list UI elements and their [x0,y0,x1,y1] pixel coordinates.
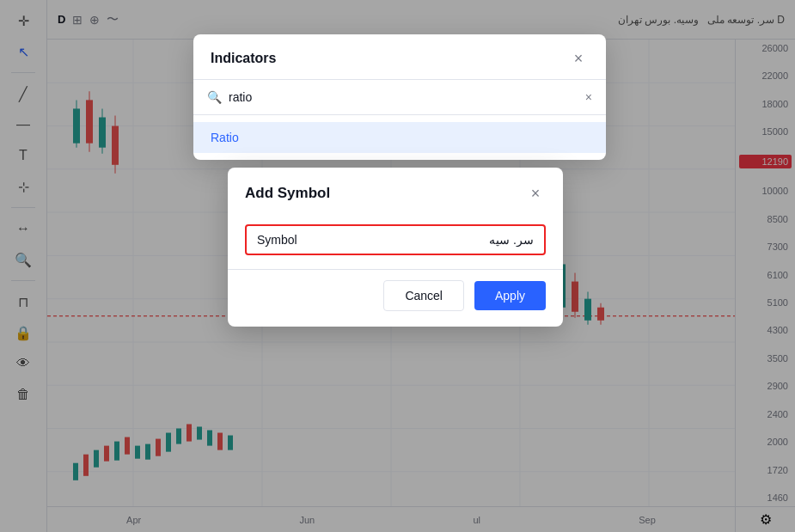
add-symbol-dialog: Add Symbol × Symbol Cancel Apply [228,168,563,327]
symbol-input-row: Symbol [245,224,546,255]
symbol-field-label: Symbol [257,233,297,247]
indicators-header: Indicators × [193,34,606,80]
indicators-close-button[interactable]: × [568,48,589,69]
apply-button[interactable]: Apply [474,281,546,310]
symbol-input-field[interactable] [311,233,534,247]
indicators-modal-title: Indicators [211,51,276,66]
add-symbol-header: Add Symbol × [228,168,563,216]
indicators-modal: Indicators × 🔍 × Ratio [193,34,606,160]
indicator-ratio-item[interactable]: Ratio [193,122,606,153]
add-symbol-body: Symbol [228,216,563,269]
add-symbol-footer: Cancel Apply [228,269,563,327]
indicators-list: Ratio [193,115,606,160]
cancel-button[interactable]: Cancel [383,280,464,311]
indicators-search-bar: 🔍 × [193,80,606,115]
add-symbol-close-button[interactable]: × [525,183,546,204]
add-symbol-title: Add Symbol [245,185,330,202]
search-icon: 🔍 [207,90,222,104]
indicators-search-input[interactable] [229,90,578,104]
search-clear-icon[interactable]: × [585,90,592,104]
